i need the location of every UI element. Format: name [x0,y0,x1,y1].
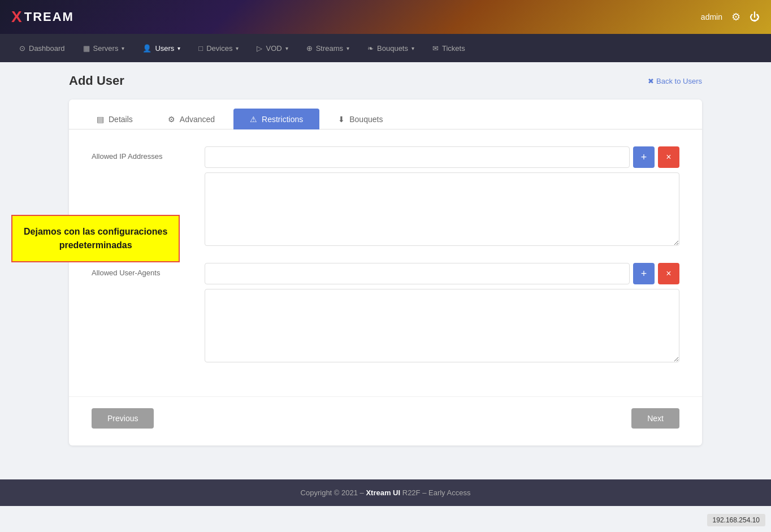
servers-icon: ▦ [83,44,90,53]
vod-chevron-icon: ▾ [285,45,288,51]
ip-address-input[interactable] [205,146,630,168]
vod-icon: ▷ [257,44,262,53]
ip-add-button[interactable]: + [633,146,655,168]
back-link-label: Back to Users [656,77,702,85]
streams-icon: ⊕ [306,44,313,53]
nav-bouquets[interactable]: ❧ Bouquets ▾ [359,40,422,57]
ua-field-group: + × [205,263,679,362]
admin-username: admin [701,12,722,21]
nav-devices-label: Devices [206,44,232,53]
bouquets-tab-icon: ⬇ [338,115,345,124]
logo-x: X [11,8,23,26]
user-agents-row: Allowed User-Agents + × [92,263,679,362]
form-footer: Previous Next [69,396,702,446]
dashboard-icon: ⊙ [19,44,25,53]
restrictions-tab-icon: ⚠ [250,115,257,124]
ip-input-group: + × [205,146,679,168]
annotation-line1: Dejamos con las configuraciones [24,227,167,236]
nav-users-label: Users [155,44,174,53]
nav-servers[interactable]: ▦ Servers ▾ [75,40,133,57]
tickets-icon: ✉ [432,44,439,53]
logo: X TREAM [11,8,74,26]
nav-dashboard-label: Dashboard [29,44,65,53]
form-content: Allowed IP Addresses + × Allowed User-Ag… [69,129,702,396]
annotation-line2: predeterminadas [59,240,132,250]
streams-chevron-icon: ▾ [346,45,349,51]
nav-tickets[interactable]: ✉ Tickets [425,40,473,57]
page-header: Add User ✖ Back to Users [69,73,702,88]
ua-add-button[interactable]: + [633,263,655,284]
bouquets-chevron-icon: ▾ [412,45,414,51]
back-to-users-link[interactable]: ✖ Back to Users [648,77,702,85]
annotation-box: Dejamos con las configuraciones predeter… [11,215,180,262]
users-chevron-icon: ▾ [177,45,180,51]
bouquets-tab-label: Bouquets [349,115,383,124]
nav-tickets-label: Tickets [442,44,465,53]
user-agent-input[interactable] [205,263,630,284]
back-icon: ✖ [648,77,654,85]
ua-remove-button[interactable]: × [658,263,679,284]
nav-streams-label: Streams [316,44,343,53]
servers-chevron-icon: ▾ [122,45,124,51]
nav-users[interactable]: 👤 Users ▾ [135,40,188,57]
logo-text: TREAM [24,10,74,24]
ip-addresses-label: Allowed IP Addresses [92,146,193,161]
advanced-tab-label: Advanced [180,115,215,124]
ua-textarea[interactable] [205,289,679,362]
ip-field-group: + × [205,146,679,246]
devices-chevron-icon: ▾ [236,45,239,51]
details-tab-label: Details [109,115,133,124]
tab-advanced[interactable]: ⚙ Advanced [151,109,231,129]
users-icon: 👤 [142,44,151,53]
settings-icon[interactable]: ⚙ [731,11,740,23]
tab-restrictions[interactable]: ⚠ Restrictions [233,109,319,129]
advanced-tab-icon: ⚙ [168,115,175,124]
bouquets-icon: ❧ [367,44,374,53]
nav-devices[interactable]: □ Devices ▾ [190,40,246,57]
footer-brand: Xtream UI [366,488,400,497]
ua-input-group: + × [205,263,679,284]
footer-text: Copyright © 2021 – [301,488,364,497]
header-right: admin ⚙ ⏻ [701,11,760,23]
power-icon[interactable]: ⏻ [750,11,760,23]
next-button[interactable]: Next [631,408,679,429]
page-title: Add User [69,73,124,88]
app-header: X TREAM admin ⚙ ⏻ [0,0,771,34]
nav-dashboard[interactable]: ⊙ Dashboard [11,40,73,57]
restrictions-tab-label: Restrictions [262,115,303,124]
tab-details[interactable]: ▤ Details [80,109,149,129]
tab-bouquets[interactable]: ⬇ Bouquets [322,109,399,129]
main-card: ▤ Details ⚙ Advanced ⚠ Restrictions ⬇ Bo… [69,100,702,446]
devices-icon: □ [198,44,203,53]
tab-bar: ▤ Details ⚙ Advanced ⚠ Restrictions ⬇ Bo… [69,100,702,129]
user-agents-label: Allowed User-Agents [92,263,193,277]
main-navbar: ⊙ Dashboard ▦ Servers ▾ 👤 Users ▾ □ Devi… [0,34,771,62]
nav-bouquets-label: Bouquets [377,44,408,53]
nav-streams[interactable]: ⊕ Streams ▾ [298,40,357,57]
nav-vod-label: VOD [266,44,281,53]
previous-button[interactable]: Previous [92,408,154,429]
ip-remove-button[interactable]: × [658,146,679,168]
page-footer: Copyright © 2021 – Xtream UI R22F – Earl… [0,479,771,506]
ip-badge: 192.168.254.10 [707,514,765,526]
footer-version: R22F – Early Access [402,488,471,497]
nav-vod[interactable]: ▷ VOD ▾ [249,40,296,57]
details-tab-icon: ▤ [97,115,104,124]
nav-servers-label: Servers [93,44,119,53]
ip-textarea[interactable] [205,172,679,246]
